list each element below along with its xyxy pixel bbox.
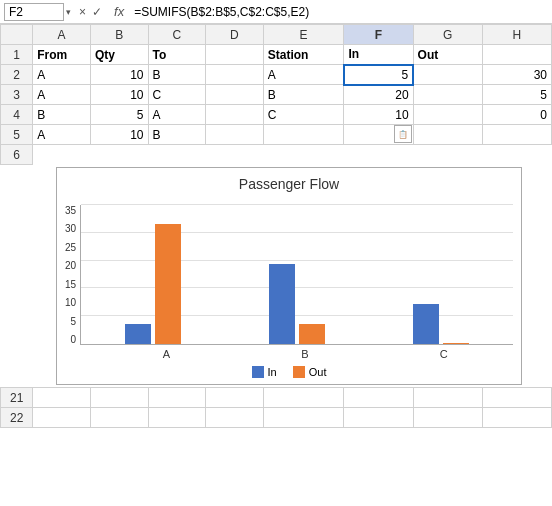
- row-header-2[interactable]: 2: [1, 65, 33, 85]
- cell-d5[interactable]: [206, 125, 264, 145]
- fx-label: fx: [110, 4, 128, 19]
- cell-e4[interactable]: C: [263, 105, 344, 125]
- chart-legend: In Out: [65, 366, 513, 378]
- y-label-10: 10: [65, 297, 76, 308]
- cell-f21[interactable]: [344, 388, 413, 408]
- col-header-c[interactable]: C: [148, 25, 206, 45]
- row-header-4[interactable]: 4: [1, 105, 33, 125]
- cell-h2[interactable]: 30: [482, 65, 551, 85]
- cancel-icon[interactable]: ×: [77, 5, 88, 19]
- col-header-h[interactable]: H: [482, 25, 551, 45]
- cell-g22[interactable]: [413, 408, 482, 428]
- cell-d22[interactable]: [206, 408, 264, 428]
- cell-a5[interactable]: A: [33, 125, 91, 145]
- cell-h21[interactable]: [482, 388, 551, 408]
- cell-c22[interactable]: [148, 408, 206, 428]
- paste-options-icon[interactable]: 📋: [394, 125, 412, 143]
- bar-c-in: [413, 304, 439, 344]
- y-label-30: 30: [65, 223, 76, 234]
- corner-header: [1, 25, 33, 45]
- col-header-e[interactable]: E: [263, 25, 344, 45]
- cell-f1[interactable]: In: [344, 45, 413, 65]
- cell-d21[interactable]: [206, 388, 264, 408]
- cell-c1[interactable]: To: [148, 45, 206, 65]
- cell-b21[interactable]: [90, 388, 148, 408]
- col-header-g[interactable]: G: [413, 25, 482, 45]
- row-header-21[interactable]: 21: [1, 388, 33, 408]
- cell-d4[interactable]: [206, 105, 264, 125]
- cell-c5[interactable]: B: [148, 125, 206, 145]
- bar-b-out: [299, 324, 325, 344]
- cell-c2[interactable]: B: [148, 65, 206, 85]
- legend-in-color: [252, 366, 264, 378]
- cell-b5[interactable]: 10: [90, 125, 148, 145]
- cell-h5[interactable]: [482, 125, 551, 145]
- row-header-6[interactable]: 6: [1, 145, 33, 165]
- cell-c3[interactable]: C: [148, 85, 206, 105]
- cell-a3[interactable]: A: [33, 85, 91, 105]
- bar-group-c: [369, 304, 513, 344]
- cell-d2[interactable]: [206, 65, 264, 85]
- cell-f2[interactable]: 5: [344, 65, 413, 85]
- cell-g3[interactable]: [413, 85, 482, 105]
- chart-title: Passenger Flow: [65, 176, 513, 192]
- cell-e5[interactable]: [263, 125, 344, 145]
- cell-f5[interactable]: 📋: [344, 125, 413, 145]
- col-header-b[interactable]: B: [90, 25, 148, 45]
- cell-f4[interactable]: 10: [344, 105, 413, 125]
- cell-h22[interactable]: [482, 408, 551, 428]
- cell-b1[interactable]: Qty: [90, 45, 148, 65]
- table-row: 3 A 10 C B 20 5: [1, 85, 552, 105]
- cell-g2[interactable]: [413, 65, 482, 85]
- cell-e3[interactable]: B: [263, 85, 344, 105]
- cell-reference-box[interactable]: F2: [4, 3, 64, 21]
- cell-g1[interactable]: Out: [413, 45, 482, 65]
- cell-a4[interactable]: B: [33, 105, 91, 125]
- cell-c21[interactable]: [148, 388, 206, 408]
- row-header-5[interactable]: 5: [1, 125, 33, 145]
- cell-a21[interactable]: [33, 388, 91, 408]
- legend-in-label: In: [268, 366, 277, 378]
- formula-input[interactable]: [130, 3, 548, 21]
- col-header-f[interactable]: F: [344, 25, 413, 45]
- y-label-25: 25: [65, 242, 76, 253]
- cell-e22[interactable]: [263, 408, 344, 428]
- cell-e21[interactable]: [263, 388, 344, 408]
- cell-e1[interactable]: Station: [263, 45, 344, 65]
- cell-b4[interactable]: 5: [90, 105, 148, 125]
- cell-b2[interactable]: 10: [90, 65, 148, 85]
- cell-e2[interactable]: A: [263, 65, 344, 85]
- row-header-1[interactable]: 1: [1, 45, 33, 65]
- cell-f22[interactable]: [344, 408, 413, 428]
- cell-h3[interactable]: 5: [482, 85, 551, 105]
- legend-out-color: [293, 366, 305, 378]
- confirm-icon[interactable]: ✓: [90, 5, 104, 19]
- row-header-3[interactable]: 3: [1, 85, 33, 105]
- cell-a1[interactable]: From: [33, 45, 91, 65]
- x-axis-labels: A B C: [97, 345, 513, 360]
- cell-d3[interactable]: [206, 85, 264, 105]
- bar-b-in: [269, 264, 295, 344]
- y-label-20: 20: [65, 260, 76, 271]
- cell-g4[interactable]: [413, 105, 482, 125]
- cell-d1[interactable]: [206, 45, 264, 65]
- col-header-d[interactable]: D: [206, 25, 264, 45]
- chart-container: Passenger Flow 0 5 10 15 20 25 30 35: [56, 167, 522, 385]
- formula-bar: F2 ▾ × ✓ fx: [0, 0, 552, 24]
- legend-out: Out: [293, 366, 327, 378]
- col-header-a[interactable]: A: [33, 25, 91, 45]
- cell-h4[interactable]: 0: [482, 105, 551, 125]
- cell-g5[interactable]: [413, 125, 482, 145]
- x-label-b: B: [236, 345, 375, 360]
- cell-g21[interactable]: [413, 388, 482, 408]
- cell-a22[interactable]: [33, 408, 91, 428]
- cell-c4[interactable]: A: [148, 105, 206, 125]
- cell-h1[interactable]: [482, 45, 551, 65]
- cell-b3[interactable]: 10: [90, 85, 148, 105]
- cell-f3[interactable]: 20: [344, 85, 413, 105]
- cell-a2[interactable]: A: [33, 65, 91, 85]
- formula-bar-dropdown-icon[interactable]: ▾: [66, 7, 71, 17]
- row-header-22[interactable]: 22: [1, 408, 33, 428]
- x-label-c: C: [374, 345, 513, 360]
- cell-b22[interactable]: [90, 408, 148, 428]
